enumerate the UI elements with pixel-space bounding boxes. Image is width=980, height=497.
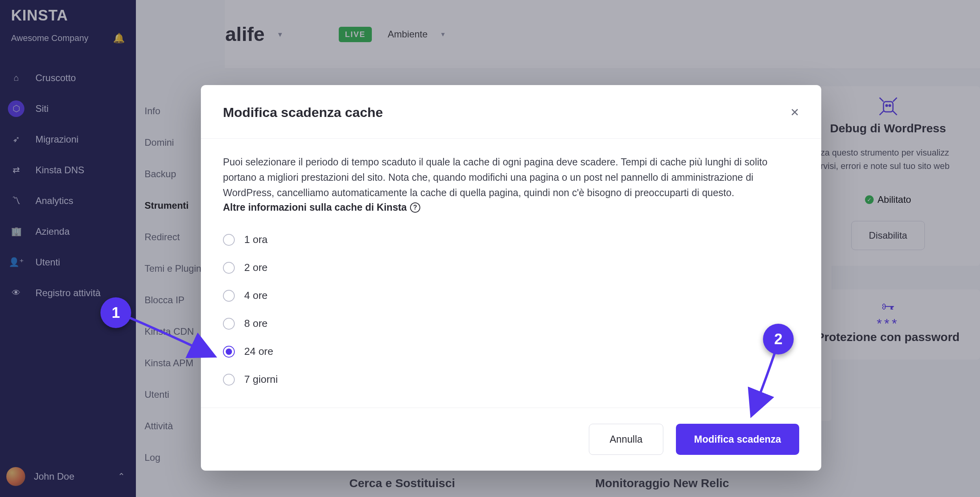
modal-title: Modifica scadenza cache [223,105,383,120]
help-icon: ? [410,202,420,213]
cache-option-24-ore[interactable]: 24 ore [223,345,799,358]
cache-option-4-ore[interactable]: 4 ore [223,289,799,302]
cache-option-7-giorni[interactable]: 7 giorni [223,373,799,386]
modal-more-info-link[interactable]: Altre informazioni sulla cache di Kinsta… [223,202,420,213]
cache-option-8-ore[interactable]: 8 ore [223,317,799,330]
cache-option-1-ora[interactable]: 1 ora [223,234,799,246]
modal-description: Puoi selezionare il periodo di tempo sca… [223,154,799,200]
radio-icon [223,234,235,246]
confirm-button[interactable]: Modifica scadenza [676,424,799,455]
radio-label: 7 giorni [244,373,278,386]
cache-expiration-modal: Modifica scadenza cache ✕ Puoi seleziona… [201,85,821,471]
annotation-bubble-1: 1 [100,297,131,328]
modal-close-button[interactable]: ✕ [790,106,799,119]
radio-icon [223,374,235,386]
cache-option-2-ore[interactable]: 2 ore [223,261,799,274]
radio-icon [223,346,235,358]
radio-label: 2 ore [244,261,267,274]
radio-icon [223,318,235,330]
radio-label: 24 ore [244,345,273,358]
radio-icon [223,262,235,274]
radio-label: 1 ora [244,234,267,246]
radio-label: 8 ore [244,317,267,330]
annotation-bubble-2: 2 [763,324,794,354]
cache-expiration-radio-group: 1 ora2 ore4 ore8 ore24 ore7 giorni [223,234,799,386]
radio-label: 4 ore [244,289,267,302]
cancel-button[interactable]: Annulla [589,424,663,455]
radio-icon [223,290,235,302]
modal-more-info-text: Altre informazioni sulla cache di Kinsta [223,202,407,213]
